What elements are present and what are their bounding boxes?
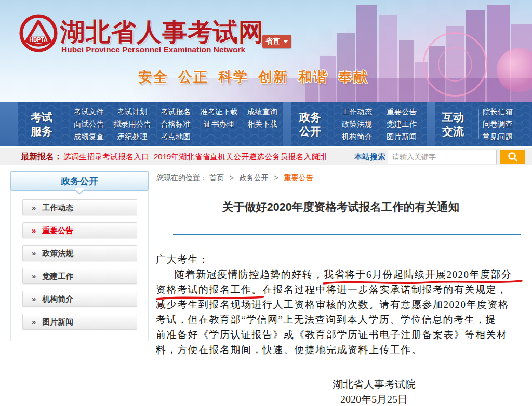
- nav-section-gov-affairs: 政务公开 工作动态 重要公告 政策法规 党建工作 机构简介 图片新闻: [291, 102, 427, 146]
- nav-link[interactable]: 常见问题: [483, 130, 513, 143]
- slogan-banner: 安全 公正 科学 创新 和谐 奉献: [138, 67, 368, 86]
- region-select-label: 省直: [265, 37, 280, 46]
- sidebar: 政务公开 »工作动态 »重要公告 »政策法规 »党建工作 »机构简介 »图片新闻: [10, 171, 149, 341]
- nav-link[interactable]: 考试文件: [71, 105, 107, 118]
- nav-link[interactable]: 违纪处理: [111, 130, 154, 143]
- article-line: 前准备好《学历认证报告》或《教育部学历证书电子注册备案表》等相关材: [156, 327, 526, 342]
- article-signature: 湖北省人事考试院: [332, 377, 416, 392]
- breadcrumb-gov-affairs[interactable]: 政务公开: [240, 173, 269, 182]
- sidebar-item-important-notices[interactable]: »重要公告: [22, 222, 137, 238]
- sidebar-item-label: 机构简介: [42, 294, 73, 303]
- article: 关于做好2020年度资格考试报名工作的有关通知 广大考生： 随着新冠疫情防控趋势…: [156, 196, 526, 406]
- site-subtitle: Hubei Province Personnel Examination Net…: [61, 45, 245, 55]
- registration-link[interactable]: 2019年湖北省省直机关公开遴选公务员报名入口: [154, 148, 319, 165]
- sidebar-title-label: 政务公开: [61, 176, 98, 186]
- sidebar-title: 政务公开: [10, 171, 149, 191]
- site-logo[interactable]: HBPTA: [19, 13, 58, 53]
- logo-acronym: HBPTA: [29, 37, 48, 43]
- nav-link[interactable]: 拟录用公告: [111, 118, 154, 130]
- latest-registration-bar: 最新报名： 选调生招录考试报名入口 2019年湖北省省直机关公开遴选公务员报名入…: [0, 148, 532, 165]
- notch-decoration: [75, 188, 84, 193]
- breadcrumb-prefix: 您现在的位置：: [156, 173, 207, 182]
- nav-section-title: 互动交流: [442, 110, 464, 138]
- title-divider: [173, 234, 521, 235]
- article-date: 2020年5月25日: [332, 392, 416, 406]
- divider: [66, 109, 66, 139]
- double-chevron-icon: »: [32, 317, 36, 326]
- sidebar-menu: »工作动态 »重要公告 »政策法规 »党建工作 »机构简介 »图片新闻: [11, 199, 148, 330]
- double-chevron-icon: »: [32, 272, 36, 280]
- nav-link[interactable]: 成绩查询: [245, 105, 280, 118]
- nav-section-title: 考试服务: [31, 110, 52, 138]
- article-line: 资格考试的报名工作。在报名过程中将进一步落实承诺制报考的有关规定，: [156, 282, 526, 297]
- nav-link[interactable]: 考点地图: [158, 130, 193, 143]
- search-icon: [507, 151, 518, 163]
- site-title: 湖北省人事考试网: [60, 16, 264, 49]
- search-button[interactable]: [500, 150, 525, 164]
- nav-link[interactable]: 相关下载: [245, 118, 280, 130]
- search-input[interactable]: [388, 150, 497, 164]
- double-chevron-icon: »: [32, 249, 36, 258]
- nav-link[interactable]: 机构简介: [342, 130, 372, 143]
- site-search-label: 本站搜索: [354, 148, 385, 165]
- breadcrumb-home[interactable]: 首页: [209, 173, 224, 182]
- sidebar-item-label: 党建工作: [42, 272, 73, 280]
- site-header: HBPTA 湖北省人事考试网 Hubei Province Personnel …: [0, 0, 532, 102]
- divider: [338, 109, 338, 139]
- nav-section-exam-services: 考试服务 考试文件 考试计划 考试报名 准考证下载 成绩查询 面试公告 拟录用公…: [18, 102, 283, 146]
- sidebar-item-label: 工作动态: [42, 203, 73, 212]
- sidebar-item-photo-news[interactable]: »图片新闻: [22, 314, 137, 330]
- breadcrumb-separator: >: [274, 173, 278, 182]
- registration-link[interactable]: 选调生招录考试报名入口: [63, 148, 149, 165]
- divider: [478, 109, 479, 139]
- breadcrumb-separator: >: [230, 173, 234, 182]
- double-chevron-icon: »: [32, 203, 36, 212]
- sidebar-item-label: 重要公告: [42, 226, 73, 235]
- double-chevron-icon: »: [32, 226, 36, 235]
- sidebar-item-organization[interactable]: »机构简介: [22, 291, 137, 307]
- region-select-button[interactable]: 省直: [262, 35, 291, 48]
- nav-link[interactable]: 政策法规: [342, 118, 372, 130]
- nav-link[interactable]: 证书办理: [197, 118, 241, 130]
- article-line: 广大考生：: [156, 252, 526, 267]
- breadcrumb-current: 重要公告: [284, 173, 313, 182]
- ferris-wheel-decoration: [423, 32, 487, 97]
- chevron-down-icon: [283, 40, 288, 43]
- article-line: 随着新冠疫情防控趋势的好转，我省将于6月份起陆续开展2020年度部分: [156, 267, 526, 282]
- article-line: 考试，但在教育部“学信网”上无法查询到本人学历、学位信息的考生，提: [156, 312, 526, 327]
- nav-section-title: 政务公开: [299, 110, 321, 138]
- nav-link[interactable]: 面试公告: [71, 118, 107, 130]
- article-line: 减少考生到报名现场进行人工资格审核的次数。请有意愿参加2020年度资格: [156, 297, 526, 312]
- nav-link[interactable]: 考试报名: [158, 105, 193, 118]
- sidebar-item-label: 图片新闻: [42, 317, 73, 326]
- sidebar-item-party-building[interactable]: »党建工作: [22, 268, 137, 284]
- sidebar-item-work-news[interactable]: »工作动态: [22, 199, 137, 215]
- nav-link[interactable]: 合格标准: [158, 118, 193, 130]
- nav-link[interactable]: 图片新闻: [387, 130, 417, 143]
- double-chevron-icon: »: [32, 294, 36, 303]
- nav-link[interactable]: 重要公告: [387, 105, 417, 118]
- article-title: 关于做好2020年度资格考试报名工作的有关通知: [156, 199, 526, 215]
- nav-link[interactable]: 党建工作: [387, 118, 417, 130]
- sidebar-item-policies[interactable]: »政策法规: [22, 245, 137, 261]
- registration-link-clipped[interactable]: 湖北: [313, 148, 326, 165]
- main-navigation: 考试服务 考试文件 考试计划 考试报名 准考证下载 成绩查询 面试公告 拟录用公…: [0, 102, 532, 146]
- nav-link[interactable]: 准考证下载: [197, 105, 241, 118]
- nav-link[interactable]: 成绩复查: [71, 130, 107, 143]
- article-line: 料，方便在报名期间，快速、便捷地完成资料上传工作。: [156, 342, 526, 357]
- latest-registration-label: 最新报名：: [21, 148, 62, 165]
- nav-link[interactable]: 工作动态: [342, 105, 372, 118]
- nav-link[interactable]: 考试计划: [111, 105, 154, 118]
- sidebar-item-label: 政策法规: [42, 249, 73, 258]
- nav-section-interaction: 互动交流 院长信箱 问卷调查 常见问题: [435, 102, 532, 146]
- breadcrumb: 您现在的位置： 首页 > 政务公开 > 重要公告: [156, 173, 313, 183]
- page: HBPTA 湖北省人事考试网 Hubei Province Personnel …: [0, 0, 532, 406]
- article-signature-block: 湖北省人事考试院 2020年5月25日: [332, 377, 416, 406]
- nav-link[interactable]: 问卷调查: [483, 118, 513, 130]
- nav-link[interactable]: 院长信箱: [483, 105, 513, 118]
- article-body: 广大考生： 随着新冠疫情防控趋势的好转，我省将于6月份起陆续开展2020年度部分…: [156, 252, 526, 357]
